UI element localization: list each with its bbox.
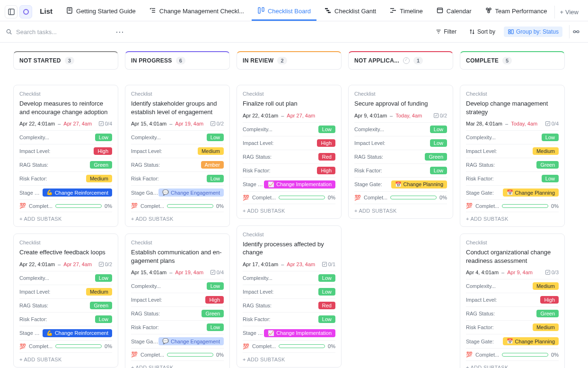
task-card[interactable]: Checklist Secure approval of funding Apr…	[348, 85, 453, 219]
column-header[interactable]: IN REVIEW 2	[237, 51, 342, 70]
stage-pill[interactable]: 📈 Change Implementation	[264, 329, 335, 337]
impact-pill[interactable]: High	[317, 139, 335, 147]
complexity-pill[interactable]: Low	[430, 126, 447, 133]
column-header[interactable]: NOT STARTED 3	[13, 51, 118, 70]
risk-pill[interactable]: Low	[430, 167, 447, 174]
rag-pill[interactable]: Red	[318, 153, 335, 161]
tab-checklist[interactable]: Change Management Checkl...	[143, 3, 250, 21]
start-date: Apr 17, 4:01am	[243, 261, 278, 267]
card-tag: Checklist	[19, 240, 112, 245]
stage-pill[interactable]: 💪 Change Reinforcement	[43, 329, 112, 337]
tab-calendar[interactable]: Calendar	[430, 3, 477, 21]
add-subtask-button[interactable]: + ADD SUBTASK	[19, 212, 112, 224]
risk-pill[interactable]: Medium	[533, 323, 559, 331]
group-button[interactable]: Group by: Status	[504, 27, 562, 37]
task-card[interactable]: Checklist Establish communication and en…	[125, 233, 230, 368]
add-subtask-button[interactable]: + ADD SUBTASK	[354, 204, 447, 215]
stage-pill[interactable]: 📅 Change Planning	[503, 188, 559, 197]
risk-pill[interactable]: Low	[542, 175, 559, 182]
add-subtask-button[interactable]: + ADD SUBTASK	[243, 204, 335, 215]
tab-team[interactable]: Team Performance	[479, 3, 553, 21]
stage-pill[interactable]: 💬 Change Engagement	[158, 188, 224, 197]
add-view-button[interactable]: + View	[554, 6, 583, 18]
rag-pill[interactable]: Red	[318, 302, 335, 309]
impact-pill[interactable]: Medium	[86, 288, 112, 296]
rag-pill[interactable]: Green	[202, 310, 224, 317]
tab-gantt[interactable]: Checklist Gantt	[318, 3, 382, 21]
sort-button[interactable]: Sort by	[465, 27, 499, 37]
stage-pill[interactable]: 📅 Change Planning	[503, 337, 559, 345]
complexity-pill[interactable]: Low	[95, 274, 112, 282]
risk-pill[interactable]: Medium	[86, 175, 112, 182]
complexity-pill[interactable]: Low	[318, 274, 335, 282]
stage-pill[interactable]: 📅 Change Planning	[391, 180, 447, 188]
complexity-pill[interactable]: Low	[318, 126, 335, 133]
stage-emoji-icon: 💬	[162, 189, 169, 196]
impact-pill[interactable]: High	[94, 147, 112, 155]
column-header[interactable]: COMPLETE 5	[460, 51, 565, 70]
settings-button[interactable]	[569, 25, 582, 38]
complexity-pill[interactable]: Low	[207, 282, 224, 290]
search-input[interactable]	[15, 28, 110, 36]
task-card[interactable]: Checklist Identify stakeholder groups an…	[125, 85, 230, 227]
filter-button[interactable]: Filter	[431, 27, 460, 37]
task-card[interactable]: Checklist Develop change management stra…	[460, 85, 565, 227]
field-label: Impact Level:	[131, 148, 162, 154]
add-subtask-button[interactable]: + ADD SUBTASK	[131, 212, 224, 224]
risk-pill[interactable]: Low	[318, 315, 335, 323]
impact-pill[interactable]: Medium	[533, 147, 559, 155]
column-name: IN REVIEW	[243, 57, 273, 64]
task-card[interactable]: Checklist Conduct organizational change …	[460, 233, 565, 368]
add-subtask-button[interactable]: + ADD SUBTASK	[466, 212, 559, 224]
task-card[interactable]: Checklist Finalize roll out plan Apr 22,…	[237, 85, 342, 219]
rag-pill[interactable]: Amber	[201, 161, 224, 169]
task-card[interactable]: Checklist Create effective feedback loop…	[13, 233, 118, 368]
card-dates: Mar 28, 4:01am – Today, 4am 0/4	[466, 121, 559, 126]
impact-pill[interactable]: High	[540, 296, 559, 304]
rag-pill[interactable]: Green	[425, 153, 447, 161]
field-label: Stage Gate:	[19, 190, 43, 196]
svg-rect-11	[325, 8, 328, 9]
risk-pill[interactable]: Low	[207, 323, 224, 331]
stage-pill[interactable]: 💬 Change Engagement	[158, 337, 224, 345]
checkbox-icon	[433, 113, 439, 118]
add-subtask-button[interactable]: + ADD SUBTASK	[243, 352, 335, 364]
risk-pill[interactable]: High	[317, 167, 335, 174]
impact-pill[interactable]: High	[205, 296, 224, 304]
hundred-icon: 💯	[466, 203, 473, 209]
add-subtask-button[interactable]: + ADD SUBTASK	[19, 352, 112, 364]
rag-pill[interactable]: Green	[536, 161, 559, 169]
add-subtask-button[interactable]: + ADD SUBTASK	[131, 360, 224, 368]
rag-pill[interactable]: Green	[536, 310, 559, 317]
task-card[interactable]: Checklist Identify processes affected by…	[237, 225, 342, 368]
column-header[interactable]: IN PROGRESS 6	[125, 51, 230, 70]
list-status-icon[interactable]	[19, 5, 32, 18]
risk-pill[interactable]: Low	[207, 175, 224, 182]
stage-pill[interactable]: 💪 Change Reinforcement	[43, 188, 112, 197]
tab-label: Getting Started Guide	[76, 8, 136, 15]
tab-doc[interactable]: Getting Started Guide	[60, 3, 141, 21]
impact-pill[interactable]: Medium	[198, 147, 224, 155]
sort-icon	[469, 28, 475, 35]
impact-pill[interactable]: Low	[318, 288, 335, 296]
complexity-pill[interactable]: Medium	[533, 282, 559, 290]
stage-pill[interactable]: 📈 Change Implementation	[264, 180, 335, 188]
collapse-sidebar-button[interactable]	[5, 5, 18, 18]
add-subtask-button[interactable]: + ADD SUBTASK	[466, 360, 559, 368]
filter-icon	[435, 28, 442, 35]
rag-pill[interactable]: Green	[90, 161, 112, 169]
complexity-pill[interactable]: Low	[542, 134, 559, 141]
more-icon[interactable]: ⋯	[113, 27, 127, 37]
complexity-pill[interactable]: Low	[95, 134, 112, 141]
complexity-pill[interactable]: Low	[207, 134, 224, 141]
stage-emoji-icon: 📈	[268, 181, 274, 188]
svg-line-26	[10, 33, 11, 34]
card-title: Establish communication and en-gagement …	[131, 248, 224, 265]
risk-pill[interactable]: Low	[95, 315, 112, 323]
column-header[interactable]: NOT APPLICA... 1	[348, 51, 453, 70]
impact-pill[interactable]: Low	[430, 139, 447, 147]
tab-board[interactable]: Checklist Board	[252, 3, 316, 21]
rag-pill[interactable]: Green	[90, 302, 112, 309]
task-card[interactable]: Checklist Develop measures to reinforce …	[13, 85, 118, 227]
tab-timeline[interactable]: Timeline	[384, 3, 429, 21]
